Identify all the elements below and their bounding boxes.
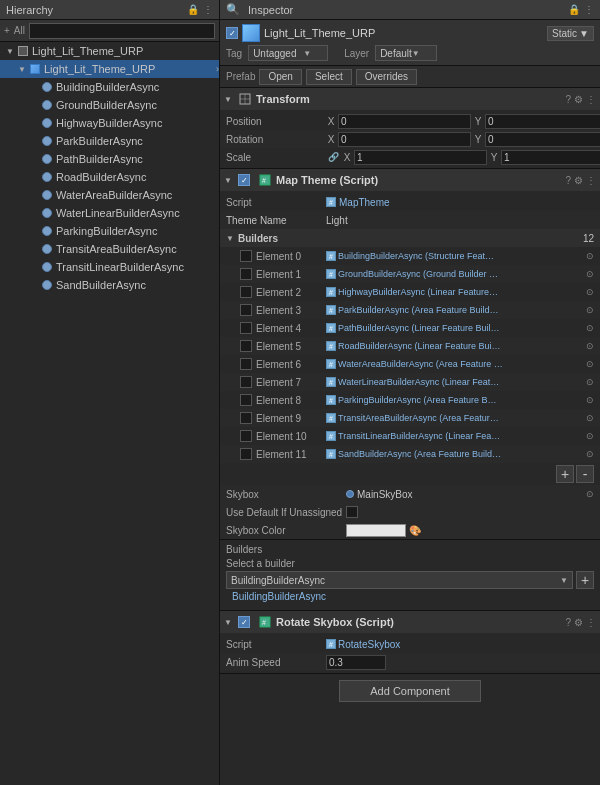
rot-y-input[interactable] <box>485 132 600 147</box>
element-checkbox-2[interactable] <box>240 286 252 298</box>
tree-item-transitlinear[interactable]: TransitLinearBuilderAsync <box>0 258 219 276</box>
tree-item-park[interactable]: ParkBuilderAsync <box>0 132 219 150</box>
inspector-lock-icon[interactable]: 🔒 <box>568 4 580 15</box>
element-checkbox-4[interactable] <box>240 322 252 334</box>
rotate-script-val: # RotateSkybox <box>326 639 594 650</box>
tree-item-sand[interactable]: SandBuilderAsync <box>0 276 219 294</box>
builders-remove-button[interactable]: - <box>576 465 594 483</box>
pos-x-input[interactable] <box>338 114 471 129</box>
hierarchy-lock-icon[interactable]: 🔒 <box>187 4 199 15</box>
transform-help-icon[interactable]: ? <box>565 94 571 105</box>
inspector-menu-icon[interactable]: ⋮ <box>584 4 594 15</box>
tree-item-parking[interactable]: ParkingBuilderAsync <box>0 222 219 240</box>
tree-item-root[interactable]: ▼ Light_Lit_Theme_URP <box>0 42 219 60</box>
layer-dropdown[interactable]: Default ▼ <box>375 45 437 61</box>
element-circle-4[interactable]: ⊙ <box>586 323 594 333</box>
element-val-text-4: PathBuilderAsync (Linear Feature Buil… <box>338 323 500 333</box>
tree-item-path[interactable]: PathBuilderAsync <box>0 150 219 168</box>
map-theme-menu-icon[interactable]: ⋮ <box>586 175 596 186</box>
element-label-2: Element 2 <box>256 287 326 298</box>
rotate-menu-icon[interactable]: ⋮ <box>586 617 596 628</box>
anim-speed-input[interactable] <box>326 655 386 670</box>
scale-y-input[interactable] <box>501 150 600 165</box>
open-button[interactable]: Open <box>259 69 301 85</box>
tree-item-building[interactable]: BuildingBuilderAsync <box>0 78 219 96</box>
map-theme-help-icon[interactable]: ? <box>565 175 571 186</box>
element-circle-3[interactable]: ⊙ <box>586 305 594 315</box>
tree-item-water[interactable]: WaterAreaBuilderAsync <box>0 186 219 204</box>
builders-header[interactable]: ▼ Builders 12 <box>220 229 600 247</box>
element-circle-11[interactable]: ⊙ <box>586 449 594 459</box>
map-theme-settings-icon[interactable]: ⚙ <box>574 175 583 186</box>
hierarchy-plus-icon[interactable]: + <box>4 25 10 36</box>
tree-item-transit[interactable]: TransitAreaBuilderAsync <box>0 240 219 258</box>
elements-container: Element 0 # BuildingBuilderAsync (Struct… <box>220 247 600 463</box>
tree-item-waterlinear[interactable]: WaterLinearBuilderAsync <box>0 204 219 222</box>
tree-item-road[interactable]: RoadBuilderAsync <box>0 168 219 186</box>
color-picker-icon[interactable]: 🎨 <box>409 525 421 536</box>
element-row-2: Element 2 # HighwayBuilderAsync (Linear … <box>220 283 600 301</box>
element-circle-9[interactable]: ⊙ <box>586 413 594 423</box>
pos-y-input[interactable] <box>485 114 600 129</box>
element-circle-5[interactable]: ⊙ <box>586 341 594 351</box>
rotate-skybox-enabled-checkbox[interactable]: ✓ <box>238 616 250 628</box>
tree-item-ground[interactable]: GroundBuilderAsync <box>0 96 219 114</box>
use-default-checkbox[interactable] <box>346 506 358 518</box>
hierarchy-header-left: Hierarchy <box>6 4 53 16</box>
rotate-skybox-header[interactable]: ▼ ✓ # Rotate Skybox (Script) ? ⚙ ⋮ <box>220 611 600 633</box>
transform-component: ▼ Transform ? ⚙ ⋮ Position <box>220 88 600 169</box>
element-checkbox-1[interactable] <box>240 268 252 280</box>
element-label-3: Element 3 <box>256 305 326 316</box>
element-circle-1[interactable]: ⊙ <box>586 269 594 279</box>
skybox-circle-icon[interactable]: ⊙ <box>586 489 594 499</box>
element-checkbox-8[interactable] <box>240 394 252 406</box>
element-checkbox-6[interactable] <box>240 358 252 370</box>
map-theme-header[interactable]: ▼ ✓ # Map Theme (Script) ? ⚙ ⋮ <box>220 169 600 191</box>
element-circle-6[interactable]: ⊙ <box>586 359 594 369</box>
overrides-button[interactable]: Overrides <box>356 69 417 85</box>
element-checkbox-0[interactable] <box>240 250 252 262</box>
element-circle-7[interactable]: ⊙ <box>586 377 594 387</box>
obj-header: ✓ Light_Lit_Theme_URP Static ▼ Tag Untag… <box>220 20 600 66</box>
building-link[interactable]: BuildingBuilderAsync <box>226 589 594 604</box>
transform-menu-icon[interactable]: ⋮ <box>586 94 596 105</box>
skybox-radio[interactable] <box>346 490 354 498</box>
builder-dropdown[interactable]: BuildingBuilderAsync ▼ <box>226 571 573 589</box>
hierarchy-search-input[interactable] <box>29 23 215 39</box>
svg-text:#: # <box>262 619 266 626</box>
rotate-help-icon[interactable]: ? <box>565 617 571 628</box>
tree-item-parent[interactable]: ▼ Light_Lit_Theme_URP › <box>0 60 219 78</box>
skybox-color-box[interactable] <box>346 524 406 537</box>
rotate-settings-icon[interactable]: ⚙ <box>574 617 583 628</box>
element-checkbox-7[interactable] <box>240 376 252 388</box>
element-circle-10[interactable]: ⊙ <box>586 431 594 441</box>
element-val-text-2: HighwayBuilderAsync (Linear Feature… <box>338 287 498 297</box>
builders-add-button[interactable]: + <box>556 465 574 483</box>
tag-dropdown[interactable]: Untagged ▼ <box>248 45 328 61</box>
rot-x-input[interactable] <box>338 132 471 147</box>
obj-active-checkbox[interactable]: ✓ <box>226 27 238 39</box>
tree-item-highway[interactable]: HighwayBuilderAsync <box>0 114 219 132</box>
hierarchy-menu-icon[interactable]: ⋮ <box>203 4 213 15</box>
tree-label-transit: TransitAreaBuilderAsync <box>56 243 177 255</box>
static-dropdown-icon[interactable]: ▼ <box>579 28 589 39</box>
element-circle-2[interactable]: ⊙ <box>586 287 594 297</box>
map-theme-enabled-checkbox[interactable]: ✓ <box>238 174 250 186</box>
hierarchy-all-icon[interactable]: All <box>14 25 25 36</box>
transform-settings-icon[interactable]: ⚙ <box>574 94 583 105</box>
tree-arrow-water <box>28 189 40 201</box>
select-button[interactable]: Select <box>306 69 352 85</box>
element-checkbox-9[interactable] <box>240 412 252 424</box>
transform-header[interactable]: ▼ Transform ? ⚙ ⋮ <box>220 88 600 110</box>
scale-x-input[interactable] <box>354 150 487 165</box>
element-checkbox-5[interactable] <box>240 340 252 352</box>
element-checkbox-11[interactable] <box>240 448 252 460</box>
element-val-6: # WaterAreaBuilderAsync (Area Feature … <box>326 359 584 369</box>
builder-add-button[interactable]: + <box>576 571 594 589</box>
element-checkbox-3[interactable] <box>240 304 252 316</box>
element-circle-8[interactable]: ⊙ <box>586 395 594 405</box>
element-checkbox-10[interactable] <box>240 430 252 442</box>
go-icon-sand <box>40 278 54 292</box>
add-component-button[interactable]: Add Component <box>339 680 481 702</box>
element-circle-0[interactable]: ⊙ <box>586 251 594 261</box>
